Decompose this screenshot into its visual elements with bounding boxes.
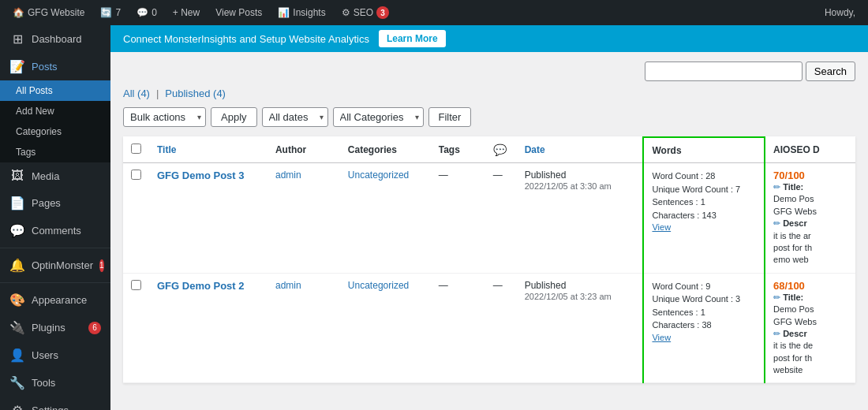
filter-button[interactable]: Filter xyxy=(428,107,472,127)
seo-item[interactable]: ⚙ SEO 3 xyxy=(335,0,395,25)
row1-characters: Characters : 143 xyxy=(652,209,756,222)
row1-category-link[interactable]: Uncategorized xyxy=(348,170,409,181)
sidebar-divider-2 xyxy=(0,282,110,283)
select-all-checkbox[interactable] xyxy=(131,144,141,154)
users-icon: 👤 xyxy=(9,348,25,363)
sidebar-item-dashboard[interactable]: ⊞ Dashboard xyxy=(0,25,110,53)
comments-item[interactable]: 💬 0 xyxy=(130,0,163,25)
sidebar-label-tools: Tools xyxy=(32,377,55,389)
comment-header-icon: 💬 xyxy=(493,144,507,156)
row1-word-count: Word Count : 28 xyxy=(652,170,756,183)
dates-select[interactable]: All dates xyxy=(262,107,328,127)
row2-author-link[interactable]: admin xyxy=(275,280,301,291)
learn-more-button[interactable]: Learn More xyxy=(379,30,446,47)
row1-checkbox[interactable] xyxy=(131,170,141,180)
optinmonster-icon: 🔔 xyxy=(9,258,25,273)
filter-published[interactable]: Published (4) xyxy=(165,88,226,99)
sidebar: ⊞ Dashboard 📝 Posts All Posts Add New Ca… xyxy=(0,25,110,410)
bulk-actions-select[interactable]: Bulk actions xyxy=(123,107,206,127)
sidebar-item-plugins[interactable]: 🔌 Plugins 6 xyxy=(0,314,110,341)
main-layout: ⊞ Dashboard 📝 Posts All Posts Add New Ca… xyxy=(0,25,868,410)
sidebar-item-users[interactable]: 👤 Users xyxy=(0,341,110,369)
row2-aioseo-desc-text: it is the depost for thwebsite xyxy=(773,340,847,376)
view-posts-label: View Posts xyxy=(215,7,262,18)
row2-tags-cell: — xyxy=(431,273,485,383)
sidebar-item-add-new[interactable]: Add New xyxy=(0,101,110,121)
row2-date-value: 2022/12/05 at 3:23 am xyxy=(525,292,612,301)
sidebar-item-pages[interactable]: 📄 Pages xyxy=(0,189,110,217)
table-header-row: Title Author Categories Tags 💬 xyxy=(123,137,855,163)
row2-category-link[interactable]: Uncategorized xyxy=(348,280,409,291)
row1-date-value: 2022/12/05 at 3:30 am xyxy=(525,181,612,191)
th-title[interactable]: Title xyxy=(149,137,268,163)
categories-select[interactable]: All Categories xyxy=(333,107,424,127)
row2-date-status: Published xyxy=(525,280,567,291)
tools-icon: 🔧 xyxy=(9,375,25,390)
row1-edit-desc-icon[interactable]: ✏ xyxy=(773,218,780,228)
row1-view-link[interactable]: View xyxy=(652,222,671,232)
row1-author-link[interactable]: admin xyxy=(275,170,301,181)
th-date[interactable]: Date xyxy=(517,137,644,163)
tags-label: Tags xyxy=(16,147,36,158)
search-button[interactable]: Search xyxy=(806,62,855,81)
plugins-icon: 🔌 xyxy=(9,320,25,335)
sidebar-item-comments[interactable]: 💬 Comments xyxy=(0,217,110,244)
insights-label: Insights xyxy=(293,7,325,18)
row2-edit-desc-icon[interactable]: ✏ xyxy=(773,329,780,338)
view-posts-item[interactable]: View Posts xyxy=(209,0,268,25)
row2-categories-cell: Uncategorized xyxy=(340,273,431,383)
sidebar-item-tools[interactable]: 🔧 Tools xyxy=(0,369,110,397)
row1-aioseo-score: 70/100 xyxy=(773,170,847,181)
sidebar-item-optinmonster[interactable]: 🔔 OptinMonster 1 xyxy=(0,252,110,279)
sidebar-item-posts[interactable]: 📝 Posts xyxy=(0,53,110,80)
row1-author-cell: admin xyxy=(268,163,340,274)
comments-icon: 💬 xyxy=(9,223,25,238)
sidebar-item-tags[interactable]: Tags xyxy=(0,142,110,162)
row2-checkbox[interactable] xyxy=(131,280,141,290)
sidebar-item-all-posts[interactable]: All Posts xyxy=(0,80,110,101)
row1-edit-title-icon[interactable]: ✏ xyxy=(773,182,780,192)
row2-edit-title-icon[interactable]: ✏ xyxy=(773,293,780,302)
sidebar-label-settings: Settings xyxy=(32,404,69,410)
row2-title-link[interactable]: GFG Demo Post 2 xyxy=(157,280,245,292)
media-icon: 🖼 xyxy=(9,169,25,183)
updates-item[interactable]: 🔄 7 xyxy=(94,0,127,25)
row1-aioseo-title-text: Demo PosGFG Webs xyxy=(773,193,847,218)
sidebar-item-categories[interactable]: Categories xyxy=(0,121,110,142)
content-area: Connect MonsterInsights and Setup Websit… xyxy=(110,25,868,410)
seo-label: SEO xyxy=(354,7,373,18)
new-label: + New xyxy=(173,7,200,18)
appearance-icon: 🎨 xyxy=(9,293,25,308)
row2-words-cell: Word Count : 9 Unique Word Count : 3 Sen… xyxy=(643,273,765,383)
toolbar: Bulk actions ▾ Apply All dates ▾ All Cat… xyxy=(123,107,855,127)
sidebar-label-posts: Posts xyxy=(32,61,58,73)
sidebar-label-users: Users xyxy=(32,349,58,361)
row1-aioseo-cell: 70/100 ✏ Title: Demo PosGFG Webs ✏ Descr… xyxy=(765,163,855,274)
row1-sentences: Sentences : 1 xyxy=(652,196,756,209)
dates-wrapper: All dates ▾ xyxy=(262,107,328,127)
row1-title-link[interactable]: GFG Demo Post 3 xyxy=(157,170,245,181)
row2-checkbox-cell xyxy=(123,273,149,383)
sidebar-item-appearance[interactable]: 🎨 Appearance xyxy=(0,286,110,314)
new-item[interactable]: + New xyxy=(166,0,206,25)
plugins-badge: 6 xyxy=(88,322,101,334)
row2-aioseo-title-text: Demo PosGFG Webs xyxy=(773,304,847,328)
row1-unique-word-count: Unique Word Count : 7 xyxy=(652,183,756,196)
row2-date-cell: Published 2022/12/05 at 3:23 am xyxy=(517,273,644,383)
insights-item[interactable]: 📊 Insights xyxy=(271,0,331,25)
row2-view-link[interactable]: View xyxy=(652,333,671,342)
apply-button[interactable]: Apply xyxy=(211,107,257,127)
site-home[interactable]: 🏠 GFG Website xyxy=(6,0,91,25)
filter-all[interactable]: All (4) xyxy=(123,88,150,99)
search-input[interactable] xyxy=(645,62,803,81)
row1-aioseo-desc-text: it is the arpost for themo web xyxy=(773,230,847,266)
sidebar-item-settings[interactable]: ⚙ Settings xyxy=(0,397,110,410)
row2-unique-word-count: Unique Word Count : 3 xyxy=(652,293,756,306)
sidebar-item-media[interactable]: 🖼 Media xyxy=(0,162,110,189)
row2-aioseo-desc: ✏ Descr xyxy=(773,328,847,340)
settings-icon: ⚙ xyxy=(9,403,25,410)
search-row: Search xyxy=(123,62,855,81)
categories-label: Categories xyxy=(16,126,62,137)
categories-wrapper: All Categories ▾ xyxy=(333,107,424,127)
sidebar-label-media: Media xyxy=(32,170,59,182)
